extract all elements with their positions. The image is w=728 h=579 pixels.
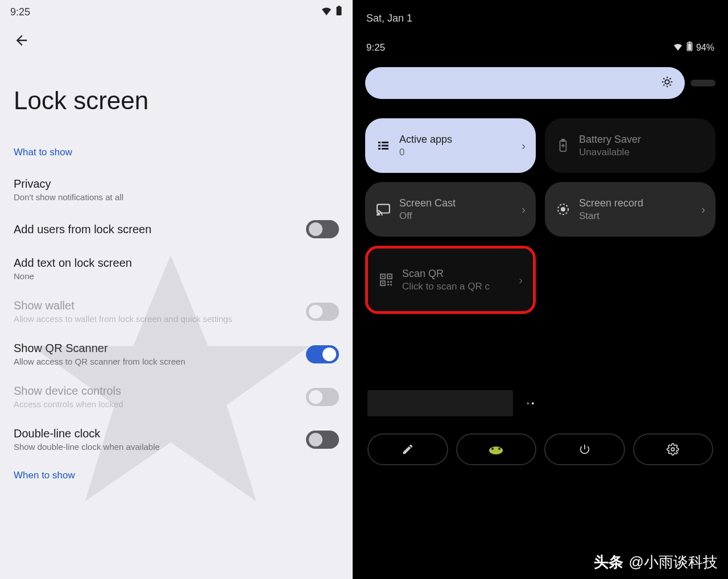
tile-title: Active apps (399, 134, 514, 146)
svg-rect-34 (382, 283, 384, 284)
tile-title: Screen Cast (399, 197, 514, 209)
setting-show-qr-scanner[interactable]: Show QR Scanner Allow access to QR scann… (0, 333, 353, 375)
status-date: Sat, Jan 1 (363, 8, 718, 42)
setting-show-wallet: Show wallet Allow access to wallet from … (0, 290, 353, 333)
media-row: •• (367, 390, 713, 416)
setting-title: Double-line clock (14, 427, 295, 440)
page-title: Lock screen (0, 58, 353, 138)
status-time: 9:25 (10, 6, 30, 18)
battery-saver-icon (555, 139, 571, 152)
svg-rect-20 (382, 148, 388, 150)
svg-rect-37 (387, 284, 389, 286)
edit-tiles-button[interactable] (367, 433, 448, 465)
toggle-show-device-controls (306, 388, 339, 406)
tile-sub: Off (399, 210, 514, 222)
power-button[interactable] (544, 433, 625, 465)
brightness-track-end (690, 80, 715, 86)
svg-rect-25 (377, 204, 390, 213)
battery-percent: 94% (696, 43, 714, 53)
toggle-add-users[interactable] (306, 220, 339, 238)
setting-add-text[interactable]: Add text on lock screen None (0, 247, 353, 290)
back-button[interactable] (14, 32, 30, 52)
section-what-to-show: What to show (0, 138, 353, 168)
list-icon (375, 139, 391, 152)
tile-title: Screen record (579, 197, 693, 209)
svg-rect-2 (338, 6, 340, 7)
toggle-show-wallet (306, 303, 339, 321)
svg-rect-16 (382, 142, 388, 143)
setting-title: Show device controls (14, 384, 295, 398)
watermark-brand: 头条 (594, 552, 623, 572)
chevron-right-icon: › (522, 139, 526, 152)
svg-line-14 (670, 78, 671, 79)
wifi-icon (673, 43, 683, 53)
settings-button[interactable] (633, 433, 714, 465)
tile-active-apps[interactable]: Active apps 0 › (365, 118, 536, 173)
setting-sub: Don't show notifications at all (14, 192, 339, 202)
svg-rect-33 (389, 276, 391, 278)
qs-tile-grid: Active apps 0 › Battery Saver Unavailabl… (365, 118, 715, 314)
svg-rect-4 (689, 42, 690, 43)
svg-line-12 (670, 85, 671, 86)
watermark-author: @小雨谈科技 (629, 552, 718, 572)
chevron-right-icon: › (522, 203, 526, 216)
svg-rect-1 (337, 7, 342, 15)
tile-scan-qr[interactable]: Scan QR Click to scan a QR c › (368, 249, 533, 311)
brightness-slider[interactable] (365, 67, 685, 99)
tile-sub: 0 (399, 147, 514, 158)
setting-sub: Allow access to wallet from lock screen … (14, 314, 295, 324)
tile-sub: Start (579, 210, 693, 222)
setting-privacy[interactable]: Privacy Don't show notifications at all (0, 168, 353, 211)
setting-show-device-controls: Show device controls Access controls whe… (0, 375, 353, 418)
status-bar: 9:25 (0, 0, 353, 21)
brightness-icon (661, 76, 673, 90)
svg-point-28 (561, 207, 565, 212)
page-indicator: •• (527, 399, 536, 408)
svg-rect-15 (378, 142, 380, 143)
battery-icon (686, 42, 693, 53)
svg-rect-38 (390, 284, 392, 286)
quick-settings-panel: Sat, Jan 1 9:25 94% (353, 0, 728, 579)
status-bar: 9:25 94% (363, 42, 718, 67)
cast-icon (375, 203, 391, 216)
setting-title: Add text on lock screen (14, 257, 339, 270)
svg-point-26 (377, 214, 378, 216)
svg-line-11 (663, 78, 664, 79)
chevron-right-icon: › (519, 274, 523, 287)
svg-rect-36 (390, 281, 392, 283)
setting-sub: Access controls when locked (14, 399, 295, 409)
qs-footer-buttons (367, 433, 713, 465)
tile-sub: Click to scan a QR c (402, 281, 511, 292)
svg-rect-32 (382, 276, 384, 278)
user-avatar-button[interactable] (456, 433, 537, 465)
svg-rect-19 (378, 148, 380, 150)
toggle-double-line-clock[interactable] (306, 431, 339, 449)
setting-title: Privacy (14, 177, 339, 191)
svg-point-40 (491, 448, 494, 450)
chevron-right-icon: › (701, 203, 705, 216)
brightness-slider-row (365, 67, 715, 99)
wifi-icon (321, 6, 332, 18)
setting-add-users[interactable]: Add users from lock screen (0, 211, 353, 247)
svg-rect-18 (382, 145, 388, 147)
setting-sub: Show double-line clock when available (14, 442, 295, 452)
svg-line-13 (663, 85, 664, 86)
status-icons (321, 6, 342, 19)
toggle-show-qr-scanner[interactable] (306, 345, 339, 363)
status-time: 9:25 (366, 42, 385, 53)
tile-screen-cast[interactable]: Screen Cast Off › (365, 182, 536, 237)
svg-point-41 (498, 448, 500, 450)
media-player-placeholder[interactable] (367, 390, 513, 416)
setting-title: Add users from lock screen (14, 223, 295, 236)
tile-screen-record[interactable]: Screen record Start › (545, 182, 715, 237)
setting-sub: Allow access to QR scanner from lock scr… (14, 357, 295, 366)
tile-battery-saver[interactable]: Battery Saver Unavailable (545, 118, 715, 173)
svg-rect-17 (378, 145, 380, 147)
setting-title: Show QR Scanner (14, 342, 295, 355)
svg-rect-5 (688, 43, 691, 49)
settings-panel: 9:25 Lock screen What to show Privacy Do… (0, 0, 353, 579)
setting-double-line-clock[interactable]: Double-line clock Show double-line clock… (0, 418, 353, 461)
svg-point-39 (489, 446, 503, 454)
tile-title: Scan QR (402, 268, 511, 280)
record-icon (555, 202, 571, 216)
